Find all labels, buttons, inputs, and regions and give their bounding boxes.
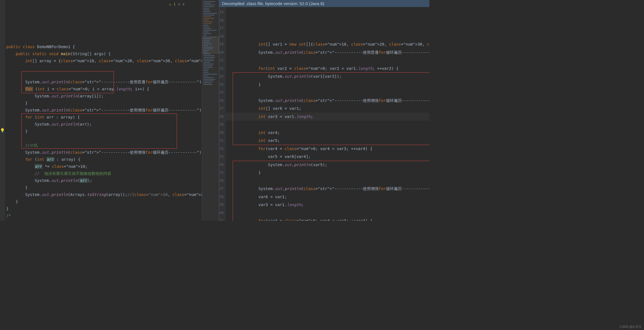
line-number: 20 — [219, 48, 224, 57]
right-editor-pane: Decompiled .class file, bytecode version… — [219, 0, 429, 221]
line-number: 33 — [219, 153, 224, 161]
minimap[interactable] — [202, 0, 219, 221]
code-line: //小坑 — [5, 142, 202, 149]
code-line: System.out.println(class="str">"--------… — [5, 149, 202, 156]
code-line — [226, 209, 429, 217]
line-number: 34 — [219, 161, 224, 169]
line-number: 26 — [219, 97, 224, 105]
code-line: } — [5, 100, 202, 107]
left-editor-pane: 💡 ⚠ 1 ∧ ∨ public class DemoNBForDemo1 { … — [0, 0, 219, 221]
decompiled-banner: Decompiled .class file, bytecode version… — [219, 0, 429, 7]
code-line — [226, 56, 429, 64]
line-number: 23 — [219, 72, 224, 81]
code-line: var3 = var1.length; — [226, 201, 429, 209]
code-line — [5, 64, 202, 72]
inspection-toolbar: ⚠ 1 ∧ ∨ — [169, 1, 185, 8]
warning-icon: ⚠ — [169, 1, 171, 8]
code-line: for(int var2 = class="num">0; var2 < var… — [226, 64, 429, 73]
code-line: int var4; — [226, 129, 429, 137]
code-line: System.out.println(class="str">"--------… — [226, 185, 429, 193]
code-line: /* — [5, 212, 202, 219]
left-gutter: 💡 — [0, 0, 5, 221]
next-highlight-icon[interactable]: ∨ — [182, 1, 185, 8]
line-number: 18 — [219, 32, 224, 41]
line-number: 41 — [219, 217, 224, 221]
code-line: 数组定义格式: — [5, 219, 202, 221]
line-number: 31 — [219, 137, 224, 145]
code-line: int[] var6 = var1; — [226, 104, 429, 113]
code-line: System.out.println(arr); — [5, 121, 202, 128]
code-line: var5 = var6[var4]; — [226, 153, 429, 161]
code-line: for (int arr : array) { — [5, 156, 202, 163]
line-number: 19 — [219, 40, 224, 48]
code-line: public class DemoNBForDemo1 { — [5, 43, 202, 50]
code-line — [5, 72, 202, 79]
line-number: 40 — [219, 209, 224, 217]
code-line: for(var4 = class="num">0; var4 < var3; +… — [226, 217, 429, 221]
code-line: System.out.println(class="str">"--------… — [5, 107, 202, 114]
code-line: var6 = var1; — [226, 193, 429, 201]
code-line: for (int i = class="num">0; i < array.le… — [5, 86, 202, 93]
line-number: 35 — [219, 169, 224, 177]
line-number: 24 — [219, 81, 224, 89]
code-line: } — [226, 81, 429, 89]
code-line: int[] var1 = new int[]{class="num">10, c… — [226, 40, 429, 48]
line-number: 16 — [219, 16, 224, 24]
line-number: 37 — [219, 185, 224, 193]
line-number: 21 — [219, 56, 224, 64]
line-number: 25 — [219, 88, 224, 97]
code-line: } — [5, 198, 202, 205]
left-code-area[interactable]: ⚠ 1 ∧ ∨ public class DemoNBForDemo1 { pu… — [5, 0, 202, 221]
code-line: System.out.println(class="str">"--------… — [226, 97, 429, 105]
code-line: for(var4 = class="num">0; var4 < var3; +… — [226, 145, 429, 153]
code-line: int var3 = var1.length; — [226, 113, 429, 121]
code-line — [5, 135, 202, 142]
line-number: 15 — [219, 8, 224, 16]
line-number: 27 — [219, 104, 224, 113]
code-line: } — [5, 205, 202, 212]
code-line: System.out.println(var5); — [226, 161, 429, 169]
code-line — [226, 177, 429, 185]
line-number: 36 — [219, 177, 224, 185]
prev-highlight-icon[interactable]: ∧ — [178, 1, 180, 8]
code-line: arr *= class="num">10; — [5, 163, 202, 170]
code-line: System.out.println(class="str">"--------… — [5, 79, 202, 86]
line-number: 28 — [219, 113, 224, 121]
line-number: 30 — [219, 129, 224, 137]
right-code-area[interactable]: int[] var1 = new int[]{class="num">10, c… — [226, 7, 429, 221]
code-line: System.out.println(var1[var2]); — [226, 72, 429, 81]
code-line: int var5; — [226, 137, 429, 145]
code-line: // 他没有索引索引就不能修改数组的内容 — [5, 170, 202, 177]
warning-count: 1 — [174, 1, 176, 8]
line-number: 17 — [219, 24, 224, 32]
code-line: int[] array = {class="num">10, class="nu… — [5, 57, 202, 64]
code-line: } — [5, 128, 202, 135]
code-line: System.out.println(array[i]); — [5, 93, 202, 100]
code-line: public static void main(String[] args) { — [5, 50, 202, 57]
code-line: System.out.println(Arrays.toString(array… — [5, 191, 202, 198]
code-line — [226, 121, 429, 129]
code-line: System.out.println(class="str">"--------… — [226, 48, 429, 57]
code-line — [226, 88, 429, 97]
code-line: for (int arr : array) { — [5, 114, 202, 121]
code-line: } — [226, 169, 429, 177]
code-line: } — [5, 184, 202, 191]
line-number: 22 — [219, 64, 224, 73]
intention-bulb-icon[interactable]: 💡 — [0, 128, 5, 133]
line-number: 39 — [219, 201, 224, 209]
code-line: System.out.println(arr); — [5, 177, 202, 184]
line-number-gutter: 1516171819202122232425262728293031323334… — [219, 7, 226, 221]
line-number: 38 — [219, 193, 224, 201]
line-number: 32 — [219, 145, 224, 153]
line-number: 29 — [219, 121, 224, 129]
